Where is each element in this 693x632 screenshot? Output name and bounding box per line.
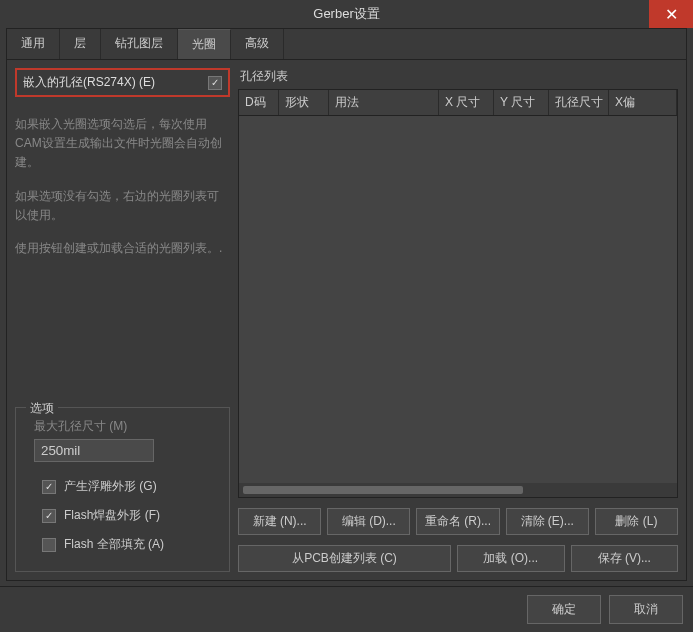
edit-button[interactable]: 编辑 (D)... [327,508,410,535]
tab-bar: 通用 层 钻孔图层 光圈 高级 [7,29,686,60]
check-icon: ✓ [45,510,53,521]
col-ysize[interactable]: Y 尺寸 [494,90,549,115]
flash-fill-label: Flash 全部填充 (A) [64,536,164,553]
right-panel: 孔径列表 D码 形状 用法 X 尺寸 Y 尺寸 孔径尺寸 X偏 新建 (N)..… [238,68,678,572]
embed-aperture-label: 嵌入的孔径(RS274X) (E) [23,74,208,91]
check-icon: ✓ [211,77,219,88]
tab-aperture[interactable]: 光圈 [178,29,231,59]
content-area: 嵌入的孔径(RS274X) (E) ✓ 如果嵌入光圈选项勾选后，每次使用CAM设… [7,60,686,580]
window-title: Gerber设置 [313,5,379,23]
options-title: 选项 [26,400,58,417]
options-group: 选项 最大孔径尺寸 (M) ✓ 产生浮雕外形 (G) ✓ Flash焊盘外形 (… [15,407,230,572]
new-button[interactable]: 新建 (N)... [238,508,321,535]
check-icon: ✓ [45,481,53,492]
max-aperture-input[interactable] [34,439,154,462]
load-button[interactable]: 加载 (O)... [457,545,565,572]
flash-pad-checkbox[interactable]: ✓ [42,509,56,523]
left-panel: 嵌入的孔径(RS274X) (E) ✓ 如果嵌入光圈选项勾选后，每次使用CAM设… [15,68,230,572]
delete-button[interactable]: 删除 (L) [595,508,678,535]
aperture-table: D码 形状 用法 X 尺寸 Y 尺寸 孔径尺寸 X偏 [238,89,678,498]
help-text-1: 如果嵌入光圈选项勾选后，每次使用CAM设置生成输出文件时光圈会自动创建。 [15,115,230,173]
tab-general[interactable]: 通用 [7,29,60,59]
col-dcode[interactable]: D码 [239,90,279,115]
help-text-3: 使用按钮创建或加载合适的光圈列表。. [15,239,230,258]
scrollbar-thumb[interactable] [243,486,523,494]
flash-pad-option[interactable]: ✓ Flash焊盘外形 (F) [24,501,221,530]
help-text-2: 如果选项没有勾选，右边的光圈列表可以使用。 [15,187,230,225]
dialog-footer: 确定 取消 [0,586,693,632]
table-header: D码 形状 用法 X 尺寸 Y 尺寸 孔径尺寸 X偏 [239,90,677,116]
close-button[interactable]: ✕ [649,0,693,28]
col-xoff[interactable]: X偏 [609,90,677,115]
relief-checkbox[interactable]: ✓ [42,480,56,494]
tab-layers[interactable]: 层 [60,29,101,59]
embed-aperture-checkbox[interactable]: ✓ [208,76,222,90]
horizontal-scrollbar[interactable] [239,483,677,497]
col-xsize[interactable]: X 尺寸 [439,90,494,115]
dialog-body: 通用 层 钻孔图层 光圈 高级 嵌入的孔径(RS274X) (E) ✓ 如果嵌入… [6,28,687,581]
table-body[interactable] [239,116,677,483]
col-holesize[interactable]: 孔径尺寸 [549,90,609,115]
max-aperture-label: 最大孔径尺寸 (M) [24,418,221,435]
ok-button[interactable]: 确定 [527,595,601,624]
tab-advanced[interactable]: 高级 [231,29,284,59]
embed-aperture-row: 嵌入的孔径(RS274X) (E) ✓ [15,68,230,97]
button-row-2: 从PCB创建列表 (C) 加载 (O)... 保存 (V)... [238,545,678,572]
titlebar: Gerber设置 ✕ [0,0,693,28]
relief-label: 产生浮雕外形 (G) [64,478,157,495]
flash-fill-option[interactable]: Flash 全部填充 (A) [24,530,221,559]
aperture-list-title: 孔径列表 [238,68,678,85]
save-button[interactable]: 保存 (V)... [571,545,679,572]
flash-fill-checkbox[interactable] [42,538,56,552]
cancel-button[interactable]: 取消 [609,595,683,624]
col-usage[interactable]: 用法 [329,90,439,115]
clear-button[interactable]: 清除 (E)... [506,508,589,535]
close-icon: ✕ [665,5,678,24]
tab-drill[interactable]: 钻孔图层 [101,29,178,59]
button-row-1: 新建 (N)... 编辑 (D)... 重命名 (R)... 清除 (E)...… [238,508,678,535]
from-pcb-button[interactable]: 从PCB创建列表 (C) [238,545,451,572]
col-shape[interactable]: 形状 [279,90,329,115]
flash-pad-label: Flash焊盘外形 (F) [64,507,160,524]
relief-option[interactable]: ✓ 产生浮雕外形 (G) [24,472,221,501]
rename-button[interactable]: 重命名 (R)... [416,508,499,535]
